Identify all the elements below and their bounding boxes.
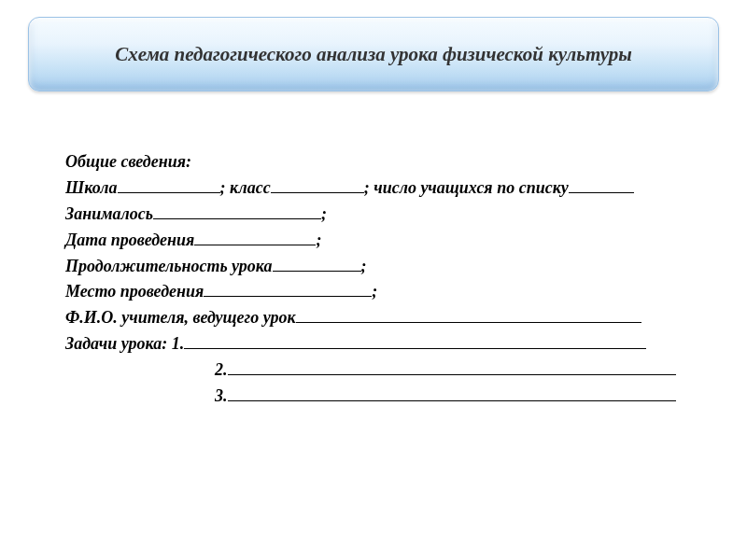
teacher-label: Ф.И.О. учителя, ведущего урок bbox=[65, 308, 296, 327]
semicolon-3: ; bbox=[361, 257, 367, 275]
blank-teacher[interactable] bbox=[296, 307, 641, 323]
engaged-label: Занималось bbox=[65, 204, 153, 223]
tasks-label: Задачи урока: 1. bbox=[65, 334, 184, 353]
duration-label: Продолжительность урока bbox=[65, 257, 273, 275]
line-engaged: Занималось; bbox=[65, 202, 700, 228]
blank-school[interactable] bbox=[118, 177, 220, 193]
blank-class[interactable] bbox=[271, 177, 364, 193]
line-duration: Продолжительность урока; bbox=[65, 254, 700, 280]
line-date: Дата проведения; bbox=[65, 228, 700, 254]
blank-task3[interactable] bbox=[228, 385, 676, 401]
blank-task2[interactable] bbox=[228, 359, 676, 375]
blank-task1[interactable] bbox=[184, 333, 646, 349]
task2-label: 2. bbox=[215, 360, 228, 379]
blank-date[interactable] bbox=[194, 230, 316, 245]
line-school: Школа; класс; число учащихся по списку bbox=[65, 175, 700, 202]
blank-students[interactable] bbox=[569, 177, 634, 193]
class-label: ; класс bbox=[220, 178, 271, 197]
line-place: Место проведения; bbox=[65, 279, 700, 305]
section-heading: Общие сведения: bbox=[65, 149, 700, 175]
semicolon-4: ; bbox=[372, 282, 377, 301]
place-label: Место проведения bbox=[65, 282, 204, 301]
semicolon-2: ; bbox=[316, 231, 321, 249]
blank-duration[interactable] bbox=[273, 255, 361, 271]
form-content: Общие сведения: Школа; класс; число учащ… bbox=[65, 149, 700, 410]
school-label: Школа bbox=[65, 178, 118, 197]
line-task1: Задачи урока: 1. bbox=[65, 331, 700, 357]
title-box: Схема педагогического анализа урока физи… bbox=[28, 17, 719, 91]
line-teacher: Ф.И.О. учителя, ведущего урок bbox=[65, 305, 700, 331]
line-task2: 2. bbox=[65, 357, 700, 384]
line-task3: 3. bbox=[65, 384, 700, 410]
semicolon-1: ; bbox=[321, 204, 327, 223]
date-label: Дата проведения bbox=[65, 231, 194, 249]
blank-place[interactable] bbox=[204, 281, 372, 297]
blank-engaged[interactable] bbox=[153, 203, 321, 219]
page-title: Схема педагогического анализа урока физи… bbox=[115, 43, 632, 66]
students-label: ; число учащихся по списку bbox=[364, 178, 569, 197]
task3-label: 3. bbox=[215, 386, 228, 405]
